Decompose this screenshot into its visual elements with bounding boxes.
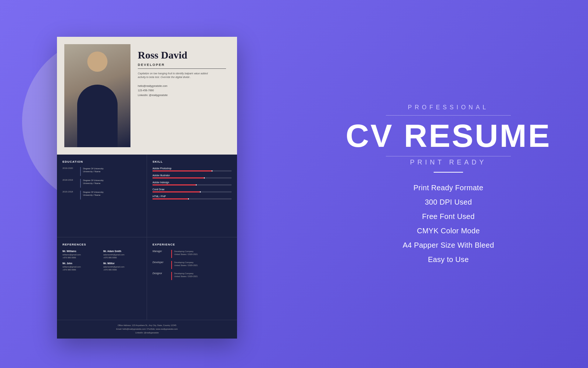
resume-info: Ross David DEVELOPER Capitalize on low h… xyxy=(130,44,230,102)
ref-williams: Mr. Williams williams@gmail.com+876 886 … xyxy=(62,250,100,259)
edu-item-3: 2015-2018 Degree Of UnivercityUnivercity… xyxy=(62,191,141,199)
exp-manager: Manager Developing CompanyUnited States … xyxy=(153,250,232,258)
title-cv: CV RESUME xyxy=(345,120,551,152)
skills-section: SKILL Adobe Photoshop Adobe Illustrator xyxy=(147,155,237,237)
edu-item-2: 2018-2019 Degree Of UnivercityUnivercity… xyxy=(62,179,141,188)
resume-card: Ross David DEVELOPER Capitalize on low h… xyxy=(57,37,237,339)
feature-6: Easy to Use xyxy=(428,255,469,264)
resume-name: Ross David xyxy=(138,50,226,61)
resume-email: hello@reallygreatsite.com xyxy=(138,84,226,89)
ref-john: Mr. John williams@gmail.com+876 886 8886 xyxy=(62,262,100,272)
divider-accent xyxy=(434,172,463,173)
right-content: PROFESSIONAL CV RESUME PRINT READY Print… xyxy=(338,97,559,271)
label-print: PRINT READY xyxy=(410,159,487,166)
skills-title: SKILL xyxy=(153,160,232,163)
education-section: EDUCATION 2019-2020 Degree Of Univercity… xyxy=(57,155,147,237)
resume-preview-area: Ross David DEVELOPER Capitalize on low h… xyxy=(29,26,243,342)
resume-footer: Office Address: 123 Anywhere St., Any Ci… xyxy=(57,320,237,339)
skill-indesign: Adobe Indesign xyxy=(153,181,232,185)
resume-job-title: DEVELOPER xyxy=(138,63,226,69)
references-title: REFERENCES xyxy=(62,243,141,246)
feature-4: CMYK Color Mode xyxy=(417,227,480,235)
exp-developer: Developer Developing CompanyUnited State… xyxy=(153,261,232,269)
skill-illustrator: Adobe Illustrator xyxy=(153,174,232,178)
skill-html: HTML / PHP xyxy=(153,195,232,199)
resume-bottom: EDUCATION 2019-2020 Degree Of Univercity… xyxy=(57,155,237,320)
feature-1: Print Ready Formate xyxy=(413,184,483,192)
feature-5: A4 Papper Size With Bleed xyxy=(403,241,494,250)
feature-3: Free Font Used xyxy=(422,212,474,221)
experience-title: EXPERIENCE xyxy=(153,243,232,246)
resume-linkedin: LinkedIn: @reallygreatsite xyxy=(138,93,226,98)
references-section: REFERENCES Mr. Williams williams@gmail.c… xyxy=(57,237,147,320)
references-grid: Mr. Williams williams@gmail.com+876 886 … xyxy=(62,250,141,272)
main-container: Ross David DEVELOPER Capitalize on low h… xyxy=(0,0,588,368)
exp-designer: Designor Developing CompanyUnited States… xyxy=(153,272,232,280)
ref-militor: Mr. Militor adamsmith@gmail.com+876 886 … xyxy=(103,262,141,272)
footer-text: Office Address: 123 Anywhere St., Any Ci… xyxy=(61,324,233,335)
ref-adam: Mr. Adam Smith adamsmith@gmail.com+876 8… xyxy=(103,250,141,259)
education-title: EDUCATION xyxy=(62,160,141,163)
resume-description: Capitalize on low hanging fruit to ident… xyxy=(138,72,211,79)
resume-phone: 123-456-7890 xyxy=(138,88,226,93)
resume-contact: hello@reallygreatsite.com 123-456-7890 L… xyxy=(138,84,226,98)
divider-top xyxy=(386,115,511,116)
divider-middle xyxy=(386,156,511,156)
feature-2: 300 DPI Used xyxy=(425,198,472,206)
features-list: Print Ready Formate 300 DPI Used Free Fo… xyxy=(403,184,494,264)
skill-coreldraw: Corel Draw xyxy=(153,188,232,192)
experience-section: EXPERIENCE Manager Developing CompanyUni… xyxy=(147,237,237,320)
label-professional: PROFESSIONAL xyxy=(408,104,489,111)
skill-photoshop: Adobe Photoshop xyxy=(153,167,232,171)
resume-photo xyxy=(64,44,130,147)
edu-item-1: 2019-2020 Degree Of UnivercityUnivercity… xyxy=(62,167,141,176)
resume-top: Ross David DEVELOPER Capitalize on low h… xyxy=(57,37,237,155)
